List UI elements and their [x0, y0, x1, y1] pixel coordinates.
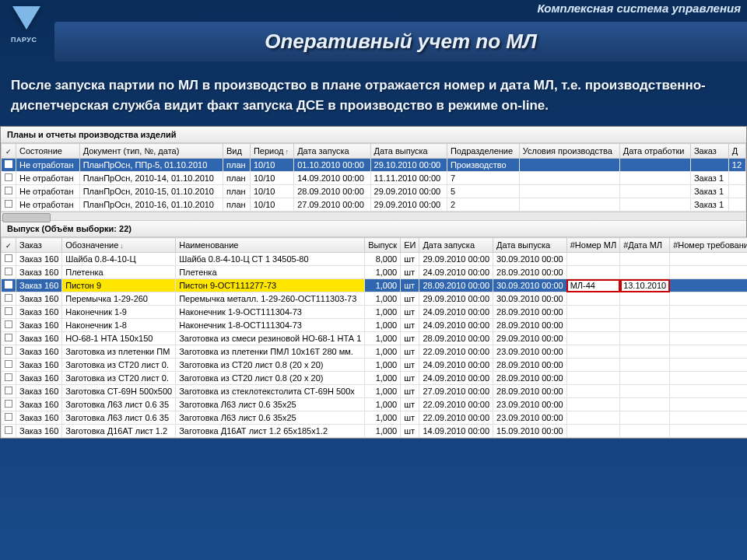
checkbox[interactable]	[5, 254, 12, 262]
table-row[interactable]: Не отработанПланПрОсн, 2010-14, 01.10.20…	[2, 172, 746, 185]
column-header[interactable]: Документ (тип, №, дата)	[79, 144, 223, 159]
column-header[interactable]: ✓	[2, 238, 16, 253]
ml-date-cell[interactable]: 13.10.2010	[620, 279, 670, 292]
scrollbar[interactable]	[1, 212, 746, 221]
table-row[interactable]: Заказ 160Заготовка СТ-69Н 500x500Заготов…	[2, 385, 748, 398]
plans-table[interactable]: ✓СостояниеДокумент (тип, №, дата)ВидПери…	[1, 143, 746, 212]
table-row[interactable]: Заказ 160Перемычка 1-29-260Перемычка мет…	[2, 292, 748, 306]
sort-asc-icon: ↑	[286, 148, 289, 156]
column-header[interactable]: #Номер МЛ	[566, 238, 619, 253]
app-subtitle: Комплексная система управления	[538, 2, 741, 15]
table-row[interactable]: Заказ 160Заготовка из СТ20 лист 0.Загото…	[2, 359, 748, 372]
table-row[interactable]: Заказ 160ПлетенкаПлетенка1,000шт24.09.20…	[2, 266, 748, 279]
column-header[interactable]: ✓	[2, 144, 16, 159]
checkbox[interactable]	[5, 200, 12, 208]
app-logo: ПАРУС	[6, 5, 45, 37]
column-header[interactable]: Условия производства	[519, 144, 619, 159]
table-row[interactable]: Заказ 160Пистон 9Пистон 9-ОСТ111277-731,…	[2, 279, 748, 292]
panel2-title: Выпуск (Объём выборки: 22)	[1, 221, 746, 237]
checkbox[interactable]	[5, 360, 12, 368]
checkbox[interactable]	[5, 173, 12, 181]
checkbox[interactable]	[5, 281, 12, 289]
table-row[interactable]: Заказ 160Наконечник 1-8Наконечник 1-8-ОС…	[2, 319, 748, 332]
title-bar: Оперативный учет по МЛ	[54, 22, 747, 61]
output-table[interactable]: ✓ЗаказОбозначение↓НаименованиеВыпускЕИДа…	[1, 237, 747, 438]
app-window: Планы и отчеты производства изделий ✓Сос…	[0, 126, 747, 439]
table-row[interactable]: Заказ 160Заготовка Л63 лист 0.6 35Загото…	[2, 411, 748, 425]
column-header[interactable]: Заказ	[16, 238, 62, 253]
column-header[interactable]: Состояние	[16, 144, 80, 159]
checkbox[interactable]	[5, 160, 12, 168]
panel1-title: Планы и отчеты производства изделий	[1, 127, 746, 143]
checkbox[interactable]	[5, 387, 12, 394]
table-row[interactable]: Заказ 160Заготовка Д16АТ лист 1.2Заготов…	[2, 425, 748, 438]
table-row[interactable]: Не отработанПланПрОсн, 2010-16, 01.10.20…	[2, 198, 746, 212]
checkbox[interactable]	[5, 294, 12, 302]
column-header[interactable]: #Дата МЛ	[620, 238, 670, 253]
column-header[interactable]: Дата выпуска	[370, 144, 447, 159]
checkbox[interactable]	[5, 187, 12, 194]
table-row[interactable]: Не отработанПланПрОсн, ППр-5, 01.10.2010…	[2, 159, 746, 172]
column-header[interactable]: Подразделение	[447, 144, 519, 159]
checkbox[interactable]	[5, 400, 12, 408]
column-header[interactable]: #Номер требования	[670, 238, 747, 253]
column-header[interactable]: Выпуск	[365, 238, 401, 253]
table-row[interactable]: Заказ 160Шайба 0.8-4-10-ЦШайба 0.8-4-10-…	[2, 253, 748, 266]
column-header[interactable]: ЕИ	[401, 238, 419, 253]
checkbox[interactable]	[5, 268, 12, 275]
column-header[interactable]: Дата запуска	[419, 238, 493, 253]
column-header[interactable]: Вид	[223, 144, 251, 159]
column-header[interactable]: Дата отработки	[619, 144, 690, 159]
column-header[interactable]: Обозначение↓	[62, 238, 176, 253]
description-text: После запуска партии по МЛ в производств…	[0, 61, 747, 126]
page-title: Оперативный учет по МЛ	[54, 30, 747, 54]
sort-desc-icon: ↓	[120, 242, 124, 250]
table-row[interactable]: Заказ 160Наконечник 1-9Наконечник 1-9-ОС…	[2, 306, 748, 319]
table-row[interactable]: Заказ 160Заготовка из СТ20 лист 0.Загото…	[2, 372, 748, 385]
column-header[interactable]: Дата выпуска	[493, 238, 567, 253]
checkbox[interactable]	[5, 347, 12, 355]
checkbox[interactable]	[5, 373, 12, 381]
table-row[interactable]: Заказ 160Заготовка из плетенки ПМЗаготов…	[2, 345, 748, 359]
column-header[interactable]: Дата запуска	[294, 144, 370, 159]
checkbox[interactable]	[5, 334, 12, 341]
table-row[interactable]: Не отработанПланПрОсн, 2010-15, 01.10.20…	[2, 185, 746, 198]
checkbox[interactable]	[5, 320, 12, 328]
ml-number-cell[interactable]: МЛ-44	[566, 279, 619, 292]
column-header[interactable]: Период↑	[250, 144, 293, 159]
column-header[interactable]: Заказ	[690, 144, 728, 159]
table-row[interactable]: Заказ 160Заготовка Л63 лист 0.6 35Загото…	[2, 398, 748, 411]
column-header[interactable]: Д	[728, 144, 745, 159]
checkbox[interactable]	[5, 413, 12, 421]
checkbox[interactable]	[5, 426, 12, 434]
checkbox[interactable]	[5, 307, 12, 315]
column-header[interactable]: Наименование	[176, 238, 365, 253]
logo-text: ПАРУС	[11, 36, 37, 44]
table-row[interactable]: Заказ 160НО-68-1 НТА 150x150Заготовка из…	[2, 332, 748, 345]
